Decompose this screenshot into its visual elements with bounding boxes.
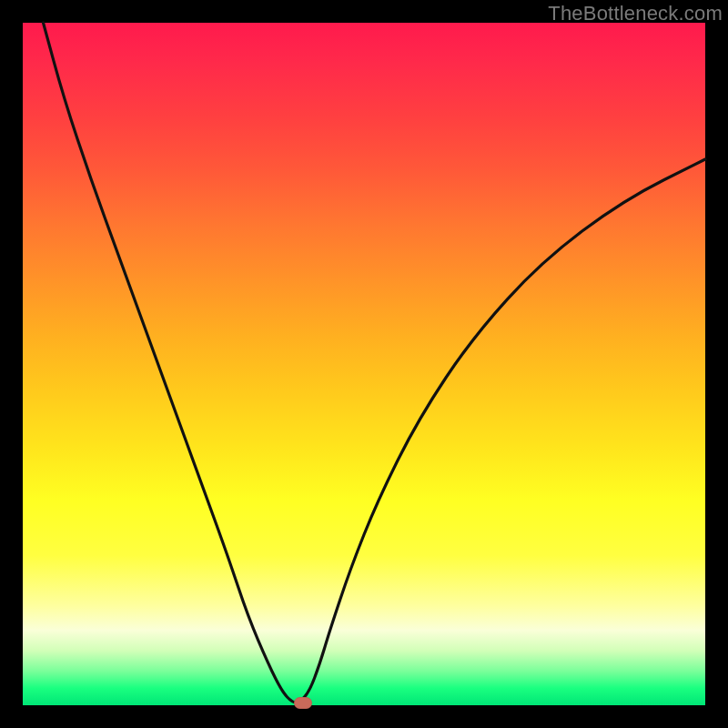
bottleneck-curve [23,23,705,705]
watermark-text: TheBottleneck.com [548,2,723,25]
chart-frame: TheBottleneck.com [0,0,728,728]
plot-area [23,23,705,705]
minimum-marker [294,697,312,709]
curve-path [44,23,706,703]
